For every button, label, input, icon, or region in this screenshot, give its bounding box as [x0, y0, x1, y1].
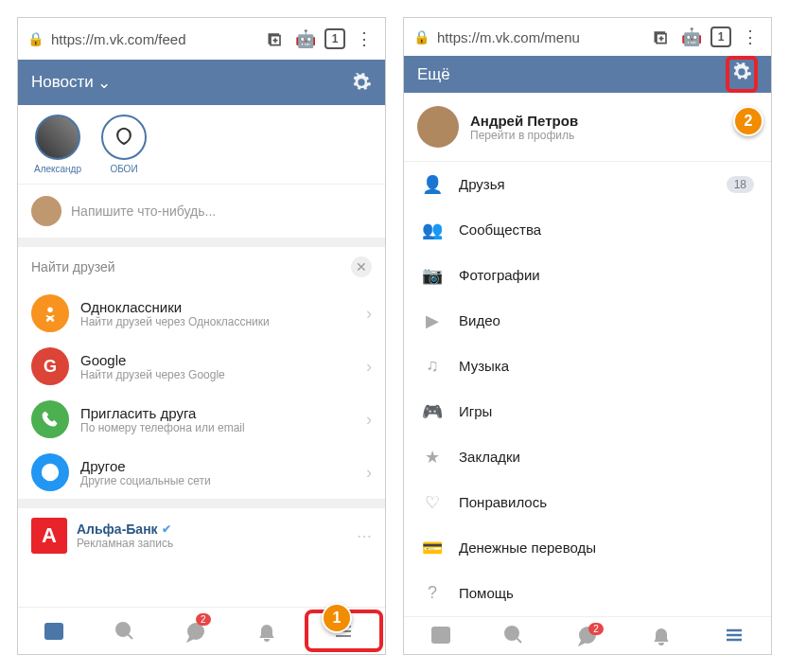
nav-search[interactable]: [89, 608, 160, 654]
nav-notifications[interactable]: [624, 617, 698, 654]
video-icon: ▶: [421, 309, 444, 332]
phone-right: 🔒 https://m.vk.com/menu 🤖 1 ⋮ Ещё Андрей…: [403, 17, 772, 655]
star-icon: ★: [421, 446, 444, 469]
svg-rect-3: [45, 624, 62, 639]
svg-rect-5: [432, 628, 449, 643]
more-icon[interactable]: ⋮: [353, 27, 376, 50]
friend-source-item[interactable]: G GoogleНайти друзей через Google ›: [18, 340, 385, 393]
menu-music[interactable]: ♫Музыка: [404, 344, 771, 389]
close-icon[interactable]: ✕: [351, 256, 372, 277]
friend-source-item[interactable]: ОдноклассникиНайти друзей через Одноклас…: [18, 287, 385, 340]
nav-feed[interactable]: [404, 617, 478, 654]
menu-bookmarks[interactable]: ★Закладки: [404, 434, 771, 480]
callout-1: 1: [322, 603, 352, 633]
add-tab-icon[interactable]: [264, 27, 287, 50]
add-tab-icon[interactable]: [650, 26, 673, 48]
svg-point-6: [505, 627, 518, 640]
camera-icon: 📷: [421, 264, 444, 287]
phone-icon: [31, 400, 69, 438]
browser-bar: 🔒 https://m.vk.com/feed 🤖 1 ⋮: [18, 18, 385, 60]
callout-2: 2: [733, 106, 763, 136]
menu-photos[interactable]: 📷Фотографии: [404, 253, 771, 298]
games-icon: 🎮: [421, 400, 444, 423]
tab-count[interactable]: 1: [710, 27, 731, 47]
app-header: Ещё: [404, 56, 771, 93]
svg-point-1: [47, 308, 53, 313]
composer-placeholder: Напишите что-нибудь...: [71, 203, 216, 219]
incognito-icon[interactable]: 🤖: [680, 26, 703, 48]
menu-likes[interactable]: ♡Понравилось: [404, 480, 771, 525]
user-avatar: [31, 196, 61, 226]
profile-avatar: [417, 106, 459, 148]
nav-feed[interactable]: [18, 608, 89, 654]
nav-messages[interactable]: 2: [160, 608, 231, 654]
menu-games[interactable]: 🎮Игры: [404, 389, 771, 434]
menu-help[interactable]: ?Помощь: [404, 571, 771, 616]
menu-friends[interactable]: 👤Друзья18: [404, 162, 771, 207]
gear-icon[interactable]: [351, 72, 372, 93]
stories-row: Александр ОБОИ: [18, 105, 385, 185]
post-item[interactable]: A Альфа-Банк✔ Рекламная запись ⋯: [18, 508, 385, 563]
chevron-right-icon: ›: [366, 463, 372, 483]
header-title[interactable]: Новости⌄: [31, 73, 351, 93]
svg-point-0: [105, 118, 143, 156]
music-icon: ♫: [421, 355, 444, 378]
globe-icon: [31, 453, 69, 491]
chevron-right-icon: ›: [366, 304, 372, 324]
chevron-down-icon: ⌄: [97, 73, 111, 93]
post-avatar: A: [31, 518, 67, 554]
chevron-right-icon: ›: [366, 410, 372, 430]
browser-bar: 🔒 https://m.vk.com/menu 🤖 1 ⋮: [404, 18, 771, 56]
profile-row[interactable]: Андрей ПетровПерейти в профиль ›: [404, 93, 771, 161]
communities-icon: 👥: [421, 219, 444, 241]
friend-source-item[interactable]: Пригласить другаПо номеру телефона или e…: [18, 393, 385, 446]
story-item[interactable]: Александр: [31, 115, 84, 174]
friend-source-item[interactable]: ДругоеДругие социальные сети ›: [18, 446, 385, 499]
nav-search[interactable]: [478, 617, 552, 654]
url-text: https://m.vk.com/menu: [437, 29, 642, 45]
heart-icon: ♡: [421, 491, 444, 514]
friends-icon: 👤: [421, 173, 444, 196]
nav-messages[interactable]: 2: [551, 617, 624, 654]
more-icon[interactable]: ⋮: [739, 26, 762, 48]
tab-count[interactable]: 1: [324, 28, 345, 49]
incognito-icon[interactable]: 🤖: [294, 27, 317, 50]
menu-payments[interactable]: 💳Денежные переводы: [404, 525, 771, 571]
ok-icon: [31, 294, 69, 332]
composer[interactable]: Напишите что-нибудь...: [18, 185, 385, 238]
lock-icon: 🔒: [27, 31, 44, 46]
verified-icon: ✔: [162, 522, 171, 536]
nav-menu[interactable]: [697, 617, 771, 654]
help-icon: ?: [421, 582, 444, 605]
header-title: Ещё: [417, 65, 726, 84]
phone-left: 🔒 https://m.vk.com/feed 🤖 1 ⋮ Новости⌄ А…: [17, 17, 386, 655]
bottom-nav: 2: [404, 616, 771, 654]
url-text: https://m.vk.com/feed: [51, 31, 256, 47]
menu-communities[interactable]: 👥Сообщества: [404, 207, 771, 253]
lock-icon: 🔒: [413, 29, 430, 44]
google-icon: G: [31, 347, 69, 385]
app-header: Новости⌄: [18, 60, 385, 105]
post-more-icon[interactable]: ⋯: [357, 527, 372, 545]
section-header: Найти друзей ✕: [18, 247, 385, 287]
card-icon: 💳: [421, 537, 444, 559]
chevron-right-icon: ›: [366, 357, 372, 377]
menu-video[interactable]: ▶Видео: [404, 298, 771, 344]
story-item[interactable]: ОБОИ: [97, 115, 150, 174]
gear-icon[interactable]: [731, 62, 752, 82]
svg-point-4: [116, 623, 130, 636]
nav-notifications[interactable]: [232, 608, 303, 654]
